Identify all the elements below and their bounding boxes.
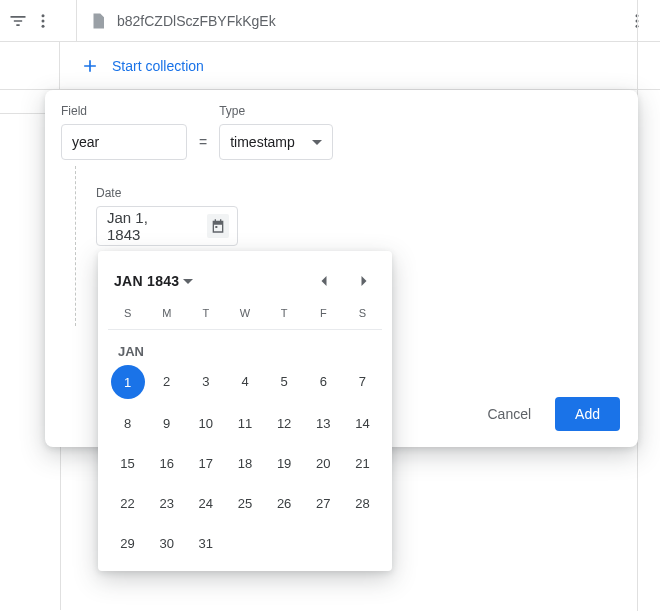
day-cell[interactable]: 8 bbox=[108, 407, 147, 439]
type-select[interactable]: timestamp bbox=[219, 124, 333, 160]
type-label: Type bbox=[219, 104, 333, 118]
add-button[interactable]: Add bbox=[555, 397, 620, 431]
datepicker-month-year-button[interactable]: JAN 1843 bbox=[114, 273, 193, 289]
day-cell[interactable]: 28 bbox=[343, 487, 382, 519]
equals-sign: = bbox=[197, 124, 209, 160]
svg-point-2 bbox=[42, 24, 45, 27]
day-cell[interactable]: 7 bbox=[343, 365, 382, 397]
prev-month-button[interactable] bbox=[312, 269, 336, 293]
day-cell[interactable]: 18 bbox=[225, 447, 264, 479]
kebab-icon[interactable] bbox=[34, 12, 52, 30]
document-icon bbox=[89, 12, 107, 30]
weekday-cell: F bbox=[304, 307, 343, 319]
filter-icon[interactable] bbox=[8, 11, 28, 31]
datepicker-title: JAN 1843 bbox=[114, 273, 179, 289]
day-cell[interactable]: 21 bbox=[343, 447, 382, 479]
weekday-header: SMTWTFS bbox=[108, 303, 382, 330]
day-cell[interactable]: 29 bbox=[108, 527, 147, 559]
field-name-input[interactable]: year bbox=[61, 124, 187, 160]
weekday-cell: T bbox=[265, 307, 304, 319]
field-name-value: year bbox=[72, 134, 99, 150]
field-label: Field bbox=[61, 104, 187, 118]
day-cell[interactable]: 4 bbox=[225, 365, 264, 397]
day-cell[interactable]: 12 bbox=[265, 407, 304, 439]
date-field-group: Date Jan 1, 1843 bbox=[96, 186, 238, 246]
day-cell[interactable]: 3 bbox=[186, 365, 225, 397]
collection-row: Start collection bbox=[0, 42, 660, 90]
day-cell[interactable]: 9 bbox=[147, 407, 186, 439]
day-cell[interactable]: 16 bbox=[147, 447, 186, 479]
weekday-cell: W bbox=[225, 307, 264, 319]
sidebar-spacer bbox=[0, 42, 60, 90]
date-input-value: Jan 1, 1843 bbox=[107, 209, 177, 243]
day-cell[interactable]: 27 bbox=[304, 487, 343, 519]
day-cell[interactable]: 23 bbox=[147, 487, 186, 519]
calendar-icon[interactable] bbox=[207, 214, 229, 238]
day-cell[interactable]: 6 bbox=[304, 365, 343, 397]
chevron-down-icon bbox=[183, 279, 193, 284]
day-cell[interactable]: 13 bbox=[304, 407, 343, 439]
next-month-button[interactable] bbox=[352, 269, 376, 293]
document-id-text: b82fCZDlSczFBYFkKgEk bbox=[117, 13, 276, 29]
top-toolbar: b82fCZDlSczFBYFkKgEk bbox=[0, 0, 660, 42]
calendar-grid: 1234567891011121314151617181920212223242… bbox=[108, 365, 382, 559]
weekday-cell: T bbox=[186, 307, 225, 319]
start-collection-label: Start collection bbox=[112, 58, 204, 74]
day-cell[interactable]: 30 bbox=[147, 527, 186, 559]
day-cell[interactable]: 10 bbox=[186, 407, 225, 439]
day-cell[interactable]: 25 bbox=[225, 487, 264, 519]
month-label: JAN bbox=[108, 330, 382, 365]
day-cell[interactable]: 17 bbox=[186, 447, 225, 479]
chevron-down-icon bbox=[312, 140, 322, 145]
day-cell[interactable]: 24 bbox=[186, 487, 225, 519]
day-cell[interactable]: 20 bbox=[304, 447, 343, 479]
document-id: b82fCZDlSczFBYFkKgEk bbox=[89, 12, 276, 30]
plus-icon bbox=[80, 56, 100, 76]
datepicker-popover: JAN 1843 SMTWTFS JAN 1234567891011121314… bbox=[98, 251, 392, 571]
day-cell[interactable]: 2 bbox=[147, 365, 186, 397]
start-collection-button[interactable]: Start collection bbox=[60, 56, 204, 76]
type-value: timestamp bbox=[230, 134, 295, 150]
day-cell[interactable]: 15 bbox=[108, 447, 147, 479]
day-cell[interactable]: 19 bbox=[265, 447, 304, 479]
day-cell[interactable]: 11 bbox=[225, 407, 264, 439]
cancel-button[interactable]: Cancel bbox=[477, 398, 541, 430]
weekday-cell: M bbox=[147, 307, 186, 319]
day-cell[interactable]: 26 bbox=[265, 487, 304, 519]
weekday-cell: S bbox=[343, 307, 382, 319]
hierarchy-line bbox=[75, 166, 87, 326]
weekday-cell: S bbox=[108, 307, 147, 319]
day-cell[interactable]: 31 bbox=[186, 527, 225, 559]
svg-point-1 bbox=[42, 19, 45, 22]
date-input[interactable]: Jan 1, 1843 bbox=[96, 206, 238, 246]
day-cell[interactable]: 22 bbox=[108, 487, 147, 519]
day-cell[interactable]: 5 bbox=[265, 365, 304, 397]
date-label: Date bbox=[96, 186, 238, 200]
day-cell[interactable]: 1 bbox=[111, 365, 145, 399]
day-cell[interactable]: 14 bbox=[343, 407, 382, 439]
svg-point-0 bbox=[42, 14, 45, 17]
